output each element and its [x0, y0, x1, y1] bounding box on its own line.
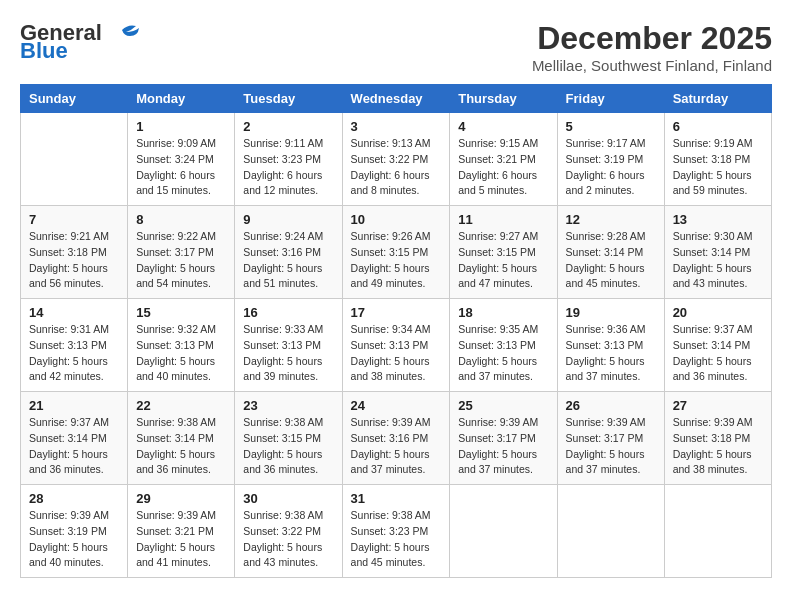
month-title: December 2025 [532, 20, 772, 57]
calendar-cell: 6 Sunrise: 9:19 AM Sunset: 3:18 PM Dayli… [664, 113, 771, 206]
location-subtitle: Mellilae, Southwest Finland, Finland [532, 57, 772, 74]
sunrise-time: Sunrise: 9:27 AM [458, 230, 538, 242]
calendar-cell: 5 Sunrise: 9:17 AM Sunset: 3:19 PM Dayli… [557, 113, 664, 206]
day-number: 20 [673, 305, 763, 320]
sunrise-time: Sunrise: 9:36 AM [566, 323, 646, 335]
day-number: 5 [566, 119, 656, 134]
daylight-hours: Daylight: 5 hours and 37 minutes. [566, 448, 645, 476]
calendar-cell: 22 Sunrise: 9:38 AM Sunset: 3:14 PM Dayl… [128, 392, 235, 485]
day-number: 19 [566, 305, 656, 320]
sunrise-time: Sunrise: 9:32 AM [136, 323, 216, 335]
sunset-time: Sunset: 3:22 PM [243, 525, 321, 537]
daylight-hours: Daylight: 5 hours and 45 minutes. [351, 541, 430, 569]
day-info: Sunrise: 9:35 AM Sunset: 3:13 PM Dayligh… [458, 322, 548, 385]
sunrise-time: Sunrise: 9:19 AM [673, 137, 753, 149]
week-row-2: 7 Sunrise: 9:21 AM Sunset: 3:18 PM Dayli… [21, 206, 772, 299]
calendar-cell: 31 Sunrise: 9:38 AM Sunset: 3:23 PM Dayl… [342, 485, 450, 578]
sunrise-time: Sunrise: 9:37 AM [29, 416, 109, 428]
sunrise-time: Sunrise: 9:39 AM [351, 416, 431, 428]
calendar-cell [664, 485, 771, 578]
day-info: Sunrise: 9:39 AM Sunset: 3:17 PM Dayligh… [566, 415, 656, 478]
sunset-time: Sunset: 3:19 PM [566, 153, 644, 165]
calendar-cell: 29 Sunrise: 9:39 AM Sunset: 3:21 PM Dayl… [128, 485, 235, 578]
day-info: Sunrise: 9:22 AM Sunset: 3:17 PM Dayligh… [136, 229, 226, 292]
sunset-time: Sunset: 3:16 PM [351, 432, 429, 444]
day-info: Sunrise: 9:39 AM Sunset: 3:21 PM Dayligh… [136, 508, 226, 571]
sunset-time: Sunset: 3:13 PM [29, 339, 107, 351]
daylight-hours: Daylight: 5 hours and 45 minutes. [566, 262, 645, 290]
logo: General Blue [20, 20, 140, 64]
day-number: 3 [351, 119, 442, 134]
calendar-cell: 27 Sunrise: 9:39 AM Sunset: 3:18 PM Dayl… [664, 392, 771, 485]
day-number: 25 [458, 398, 548, 413]
daylight-hours: Daylight: 5 hours and 40 minutes. [136, 355, 215, 383]
day-number: 11 [458, 212, 548, 227]
calendar-cell: 10 Sunrise: 9:26 AM Sunset: 3:15 PM Dayl… [342, 206, 450, 299]
day-number: 21 [29, 398, 119, 413]
sunrise-time: Sunrise: 9:21 AM [29, 230, 109, 242]
calendar-cell: 21 Sunrise: 9:37 AM Sunset: 3:14 PM Dayl… [21, 392, 128, 485]
day-number: 16 [243, 305, 333, 320]
day-info: Sunrise: 9:39 AM Sunset: 3:16 PM Dayligh… [351, 415, 442, 478]
daylight-hours: Daylight: 5 hours and 59 minutes. [673, 169, 752, 197]
day-number: 14 [29, 305, 119, 320]
day-info: Sunrise: 9:39 AM Sunset: 3:18 PM Dayligh… [673, 415, 763, 478]
day-number: 4 [458, 119, 548, 134]
day-number: 27 [673, 398, 763, 413]
day-number: 30 [243, 491, 333, 506]
calendar-cell: 25 Sunrise: 9:39 AM Sunset: 3:17 PM Dayl… [450, 392, 557, 485]
day-number: 6 [673, 119, 763, 134]
calendar-header-row: SundayMondayTuesdayWednesdayThursdayFrid… [21, 85, 772, 113]
day-info: Sunrise: 9:32 AM Sunset: 3:13 PM Dayligh… [136, 322, 226, 385]
day-number: 31 [351, 491, 442, 506]
calendar-cell: 12 Sunrise: 9:28 AM Sunset: 3:14 PM Dayl… [557, 206, 664, 299]
week-row-5: 28 Sunrise: 9:39 AM Sunset: 3:19 PM Dayl… [21, 485, 772, 578]
sunrise-time: Sunrise: 9:17 AM [566, 137, 646, 149]
sunrise-time: Sunrise: 9:35 AM [458, 323, 538, 335]
day-number: 9 [243, 212, 333, 227]
daylight-hours: Daylight: 6 hours and 12 minutes. [243, 169, 322, 197]
sunset-time: Sunset: 3:24 PM [136, 153, 214, 165]
day-info: Sunrise: 9:19 AM Sunset: 3:18 PM Dayligh… [673, 136, 763, 199]
header-friday: Friday [557, 85, 664, 113]
day-info: Sunrise: 9:37 AM Sunset: 3:14 PM Dayligh… [673, 322, 763, 385]
day-info: Sunrise: 9:21 AM Sunset: 3:18 PM Dayligh… [29, 229, 119, 292]
day-number: 1 [136, 119, 226, 134]
sunset-time: Sunset: 3:14 PM [566, 246, 644, 258]
daylight-hours: Daylight: 5 hours and 37 minutes. [458, 448, 537, 476]
daylight-hours: Daylight: 5 hours and 41 minutes. [136, 541, 215, 569]
sunrise-time: Sunrise: 9:38 AM [243, 416, 323, 428]
day-info: Sunrise: 9:09 AM Sunset: 3:24 PM Dayligh… [136, 136, 226, 199]
daylight-hours: Daylight: 5 hours and 38 minutes. [351, 355, 430, 383]
day-info: Sunrise: 9:36 AM Sunset: 3:13 PM Dayligh… [566, 322, 656, 385]
sunrise-time: Sunrise: 9:11 AM [243, 137, 323, 149]
sunrise-time: Sunrise: 9:13 AM [351, 137, 431, 149]
daylight-hours: Daylight: 5 hours and 39 minutes. [243, 355, 322, 383]
daylight-hours: Daylight: 5 hours and 49 minutes. [351, 262, 430, 290]
calendar-cell: 9 Sunrise: 9:24 AM Sunset: 3:16 PM Dayli… [235, 206, 342, 299]
day-info: Sunrise: 9:13 AM Sunset: 3:22 PM Dayligh… [351, 136, 442, 199]
week-row-3: 14 Sunrise: 9:31 AM Sunset: 3:13 PM Dayl… [21, 299, 772, 392]
calendar-cell: 18 Sunrise: 9:35 AM Sunset: 3:13 PM Dayl… [450, 299, 557, 392]
sunrise-time: Sunrise: 9:38 AM [243, 509, 323, 521]
daylight-hours: Daylight: 5 hours and 37 minutes. [566, 355, 645, 383]
sunset-time: Sunset: 3:23 PM [243, 153, 321, 165]
calendar-cell: 2 Sunrise: 9:11 AM Sunset: 3:23 PM Dayli… [235, 113, 342, 206]
calendar-cell [450, 485, 557, 578]
calendar-cell: 23 Sunrise: 9:38 AM Sunset: 3:15 PM Dayl… [235, 392, 342, 485]
sunset-time: Sunset: 3:16 PM [243, 246, 321, 258]
calendar-cell: 15 Sunrise: 9:32 AM Sunset: 3:13 PM Dayl… [128, 299, 235, 392]
sunrise-time: Sunrise: 9:39 AM [458, 416, 538, 428]
day-info: Sunrise: 9:37 AM Sunset: 3:14 PM Dayligh… [29, 415, 119, 478]
sunset-time: Sunset: 3:21 PM [136, 525, 214, 537]
sunset-time: Sunset: 3:18 PM [673, 153, 751, 165]
header-tuesday: Tuesday [235, 85, 342, 113]
day-number: 29 [136, 491, 226, 506]
sunset-time: Sunset: 3:23 PM [351, 525, 429, 537]
day-number: 18 [458, 305, 548, 320]
day-number: 10 [351, 212, 442, 227]
sunset-time: Sunset: 3:21 PM [458, 153, 536, 165]
sunrise-time: Sunrise: 9:09 AM [136, 137, 216, 149]
sunset-time: Sunset: 3:17 PM [458, 432, 536, 444]
daylight-hours: Daylight: 5 hours and 40 minutes. [29, 541, 108, 569]
